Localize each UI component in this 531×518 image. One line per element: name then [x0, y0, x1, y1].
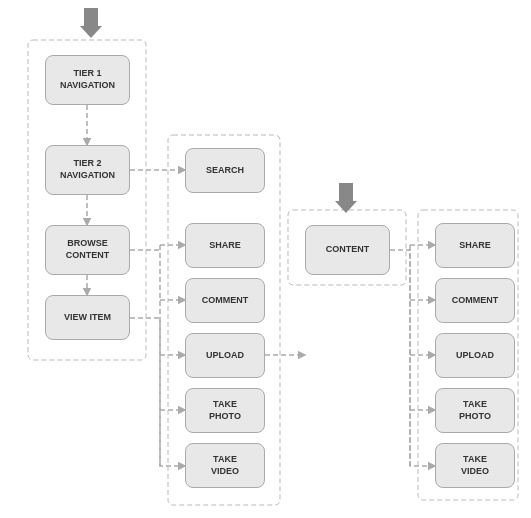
right-arrow-down	[335, 183, 357, 213]
take-photo1-box: TAKEPHOTO	[185, 388, 265, 433]
take-video2-box: TAKEVIDEO	[435, 443, 515, 488]
tier1-navigation-box: TIER 1NAVIGATION	[45, 55, 130, 105]
share1-box: SHARE	[185, 223, 265, 268]
view-item-box: VIEW ITEM	[45, 295, 130, 340]
comment1-box: COMMENT	[185, 278, 265, 323]
upload2-box: UPLOAD	[435, 333, 515, 378]
take-video1-box: TAKEVIDEO	[185, 443, 265, 488]
take-photo2-box: TAKEPHOTO	[435, 388, 515, 433]
comment2-box: COMMENT	[435, 278, 515, 323]
content-box: CONTENT	[305, 225, 390, 275]
diagram: TIER 1NAVIGATION TIER 2NAVIGATION BROWSE…	[0, 0, 531, 518]
browse-content-box: BROWSECONTENT	[45, 225, 130, 275]
upload1-box: UPLOAD	[185, 333, 265, 378]
left-arrow-down	[80, 8, 102, 38]
search-box: SEARCH	[185, 148, 265, 193]
share2-box: SHARE	[435, 223, 515, 268]
tier2-navigation-box: TIER 2NAVIGATION	[45, 145, 130, 195]
